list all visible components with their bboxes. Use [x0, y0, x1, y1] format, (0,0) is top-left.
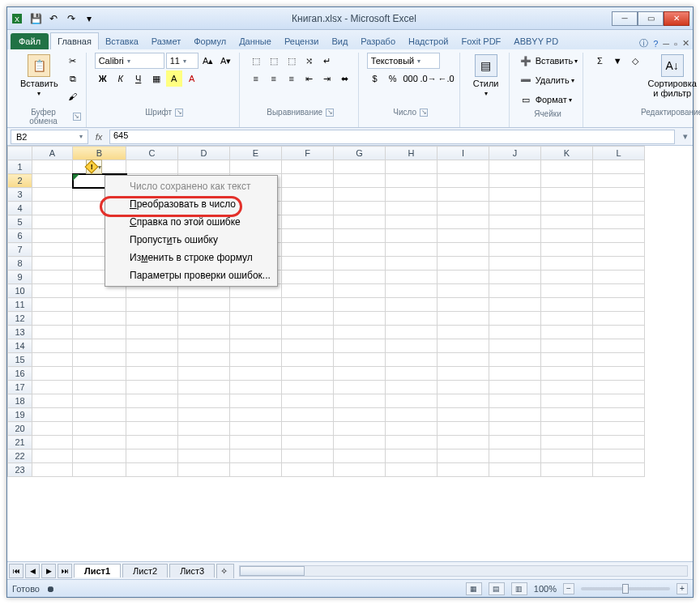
cell-G22[interactable]	[334, 449, 386, 463]
comma-format-icon[interactable]: 000	[403, 70, 419, 87]
cell-C18[interactable]	[126, 394, 178, 408]
cell-A15[interactable]	[32, 353, 73, 367]
cell-J18[interactable]	[489, 394, 541, 408]
sheet-nav-next-icon[interactable]: ▶	[41, 564, 56, 578]
accounting-format-icon[interactable]: $	[367, 70, 383, 87]
insert-cells-label[interactable]: Вставить	[536, 56, 574, 66]
redo-icon[interactable]: ↷	[64, 12, 79, 25]
cell-I16[interactable]	[438, 367, 489, 381]
sheet-tab-3[interactable]: Лист3	[169, 564, 215, 577]
align-middle-icon[interactable]: ⬚	[266, 53, 282, 69]
cell-K18[interactable]	[541, 394, 593, 408]
cell-A1[interactable]	[32, 160, 73, 174]
clipboard-launcher[interactable]: ↘	[73, 113, 81, 121]
view-normal-icon[interactable]: ▦	[466, 582, 482, 595]
cell-J13[interactable]	[489, 326, 541, 339]
col-header-C[interactable]: C	[126, 147, 178, 160]
tab-addins[interactable]: Надстрой	[402, 33, 455, 49]
cell-I23[interactable]	[438, 463, 489, 477]
cell-I21[interactable]	[438, 436, 489, 449]
paste-button[interactable]: 📋 Вставить ▾	[17, 53, 62, 99]
cell-G9[interactable]	[334, 271, 386, 284]
cell-H11[interactable]	[386, 298, 438, 312]
border-button[interactable]: ▦	[148, 70, 164, 87]
cell-I1[interactable]	[438, 160, 489, 174]
cell-E20[interactable]	[230, 422, 282, 436]
cell-G6[interactable]	[334, 229, 386, 243]
cell-C1[interactable]	[126, 160, 178, 174]
zoom-out-icon[interactable]: −	[563, 583, 574, 594]
row-header-11[interactable]: 11	[8, 298, 32, 312]
cell-K1[interactable]	[541, 160, 593, 174]
cell-I19[interactable]	[438, 408, 489, 422]
cell-H21[interactable]	[386, 436, 438, 449]
cell-A16[interactable]	[32, 367, 73, 381]
cell-H3[interactable]	[386, 188, 438, 202]
increase-decimal-icon[interactable]: .0→	[420, 70, 437, 87]
cell-A14[interactable]	[32, 339, 73, 353]
cell-J16[interactable]	[489, 367, 541, 381]
cell-I20[interactable]	[438, 422, 489, 436]
cell-H23[interactable]	[386, 463, 438, 477]
cell-A11[interactable]	[32, 298, 73, 312]
cell-H9[interactable]	[386, 271, 438, 284]
cell-A19[interactable]	[32, 408, 73, 422]
cell-A21[interactable]	[32, 436, 73, 449]
cell-L11[interactable]	[593, 298, 645, 312]
clear-icon[interactable]: ◇	[627, 53, 643, 69]
cell-E22[interactable]	[230, 449, 282, 463]
cell-F13[interactable]	[282, 326, 334, 339]
cell-K9[interactable]	[541, 271, 593, 284]
tab-formulas[interactable]: Формул	[187, 33, 233, 49]
align-center-icon[interactable]: ≡	[266, 70, 282, 87]
cell-F7[interactable]	[282, 243, 334, 257]
ribbon-minimize-icon[interactable]: ⓘ	[639, 37, 648, 49]
cell-J12[interactable]	[489, 312, 541, 326]
row-header-14[interactable]: 14	[8, 339, 32, 353]
cell-J15[interactable]	[489, 353, 541, 367]
col-header-D[interactable]: D	[178, 147, 230, 160]
cell-D21[interactable]	[178, 436, 230, 449]
cell-L20[interactable]	[593, 422, 645, 436]
cell-J1[interactable]	[489, 160, 541, 174]
cell-L15[interactable]	[593, 353, 645, 367]
cell-E13[interactable]	[230, 326, 282, 339]
cell-H13[interactable]	[386, 326, 438, 339]
ctx-ignore-error[interactable]: Пропустить ошибку	[105, 231, 277, 249]
cell-G8[interactable]	[334, 257, 386, 271]
orientation-icon[interactable]: ⤭	[301, 53, 318, 69]
cell-I15[interactable]	[438, 353, 489, 367]
cell-B16[interactable]	[73, 367, 126, 381]
cell-I8[interactable]	[438, 257, 489, 271]
sort-filter-button[interactable]: A↓ Сортировка и фильтр	[647, 53, 698, 100]
cell-F6[interactable]	[282, 229, 334, 243]
cell-I4[interactable]	[438, 202, 489, 215]
cell-E17[interactable]	[230, 381, 282, 394]
row-header-22[interactable]: 22	[8, 449, 32, 463]
cell-F2[interactable]	[282, 174, 334, 188]
cell-A3[interactable]	[32, 188, 73, 202]
cell-G2[interactable]	[334, 174, 386, 188]
sheet-nav-prev-icon[interactable]: ◀	[25, 564, 40, 578]
shrink-font-icon[interactable]: A▾	[218, 53, 234, 69]
tab-foxit[interactable]: Foxit PDF	[455, 33, 507, 49]
minimize-button[interactable]: ─	[612, 11, 638, 26]
cell-B17[interactable]	[73, 381, 126, 394]
cell-I10[interactable]	[438, 284, 489, 298]
select-all-cell[interactable]	[8, 147, 32, 160]
row-header-2[interactable]: 2	[8, 174, 32, 188]
expand-formula-bar-icon[interactable]: ▾	[678, 131, 693, 142]
row-header-13[interactable]: 13	[8, 326, 32, 339]
cell-L19[interactable]	[593, 408, 645, 422]
cell-H8[interactable]	[386, 257, 438, 271]
row-header-8[interactable]: 8	[8, 257, 32, 271]
cell-K20[interactable]	[541, 422, 593, 436]
cell-J20[interactable]	[489, 422, 541, 436]
decrease-indent-icon[interactable]: ⇤	[301, 70, 318, 87]
cell-D14[interactable]	[178, 339, 230, 353]
cell-H20[interactable]	[386, 422, 438, 436]
cell-C14[interactable]	[126, 339, 178, 353]
cell-J6[interactable]	[489, 229, 541, 243]
cell-K12[interactable]	[541, 312, 593, 326]
cell-I6[interactable]	[438, 229, 489, 243]
